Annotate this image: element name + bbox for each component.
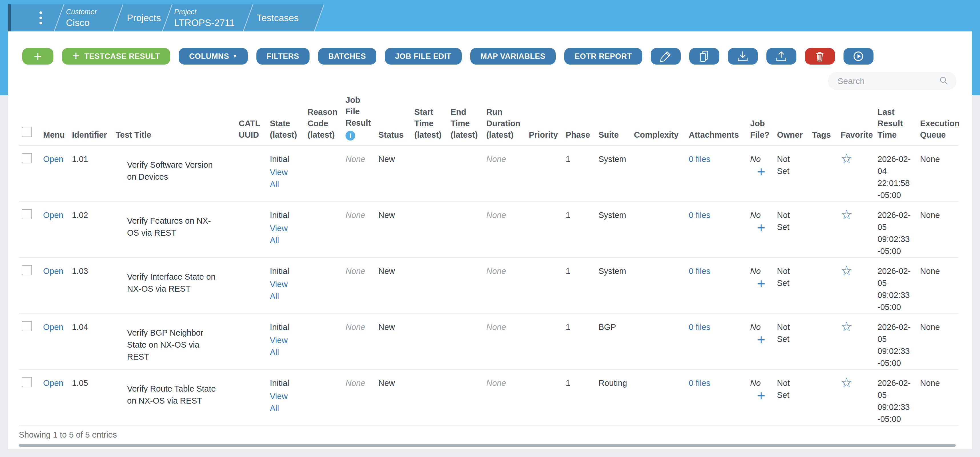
end-time-cell — [450, 257, 486, 313]
job-file-edit-button[interactable]: JOB FILE EDIT — [385, 48, 462, 65]
view-all-link[interactable]: View All — [270, 166, 293, 190]
add-job-file-button[interactable]: + — [757, 165, 765, 178]
run-duration-cell: None — [486, 154, 506, 164]
add-job-file-button[interactable]: + — [757, 389, 765, 402]
col-attachments: Attachments — [689, 94, 750, 145]
suite-cell: BGP — [598, 313, 634, 369]
view-all-link[interactable]: View All — [270, 334, 293, 358]
open-link[interactable]: Open — [43, 210, 64, 220]
row-checkbox[interactable] — [22, 265, 32, 275]
tags-cell — [812, 313, 841, 369]
favorite-star-icon[interactable]: ☆ — [841, 319, 852, 334]
last-result-time-cell: 2026-02-05 09:02:33 -05:00 — [878, 377, 912, 425]
view-all-link[interactable]: View All — [270, 222, 293, 246]
identifier-cell: 1.04 — [72, 313, 116, 369]
open-link[interactable]: Open — [43, 379, 64, 388]
attachments-link[interactable]: 0 files — [689, 322, 710, 331]
execution-queue-cell: None — [920, 145, 958, 201]
phase-cell: 1 — [566, 369, 598, 425]
attachments-link[interactable]: 0 files — [689, 379, 710, 388]
add-job-file-button[interactable]: + — [757, 277, 765, 290]
add-job-file-button[interactable]: + — [757, 221, 765, 234]
breadcrumb-projects[interactable]: Projects — [114, 4, 173, 32]
favorite-star-icon[interactable]: ☆ — [841, 207, 852, 222]
state-value: Initial — [270, 322, 289, 331]
view-all-link[interactable]: View All — [270, 390, 293, 414]
table-row: Open 1.05 Verify Route Table State on NX… — [19, 369, 958, 425]
identifier-cell: 1.02 — [72, 201, 116, 257]
end-time-cell — [450, 201, 486, 257]
search-box — [828, 72, 956, 90]
open-link[interactable]: Open — [43, 154, 64, 164]
add-job-file-button[interactable]: + — [757, 333, 765, 346]
reason-code-cell — [307, 313, 345, 369]
job-file-cell: No — [750, 379, 761, 388]
owner-cell: Not Set — [777, 153, 800, 177]
col-reason-code: Reason Code (latest) — [307, 94, 345, 145]
attachments-link[interactable]: 0 files — [689, 210, 710, 220]
col-tags: Tags — [812, 94, 841, 145]
testcase-result-button[interactable]: +TESTCASE RESULT — [62, 48, 170, 65]
table-row: Open 1.01 Verify Software Version on Dev… — [19, 145, 958, 201]
job-file-cell: No — [750, 210, 761, 220]
breadcrumb-testcases[interactable]: Testcases — [243, 4, 325, 32]
status-cell: New — [379, 145, 414, 201]
col-test-title: Test Title — [116, 94, 239, 145]
search-icon[interactable] — [938, 75, 949, 87]
test-title: Verify Interface State on NX-OS via REST — [127, 271, 222, 295]
entries-summary: Showing 1 to 5 of 5 entries — [19, 425, 958, 442]
complexity-cell — [634, 369, 689, 425]
filters-button[interactable]: FILTERS — [256, 48, 310, 65]
search-input[interactable] — [837, 76, 938, 86]
map-variables-button[interactable]: MAP VARIABLES — [470, 48, 556, 65]
attachments-link[interactable]: 0 files — [689, 266, 710, 275]
run-duration-cell: None — [486, 379, 506, 388]
complexity-cell — [634, 145, 689, 201]
catl-uuid-cell — [239, 145, 270, 201]
col-job-file: Job File? — [750, 94, 777, 145]
breadcrumb-project-eyebrow: Project — [174, 8, 235, 16]
upload-button[interactable] — [767, 48, 796, 65]
download-button[interactable] — [728, 48, 758, 65]
run-button[interactable] — [843, 48, 873, 65]
attachments-link[interactable]: 0 files — [689, 154, 710, 164]
columns-button[interactable]: COLUMNS▼ — [179, 48, 248, 65]
row-checkbox[interactable] — [22, 153, 32, 163]
state-value: Initial — [270, 154, 289, 164]
start-time-cell — [414, 257, 450, 313]
row-checkbox[interactable] — [22, 377, 32, 387]
info-icon[interactable]: i — [345, 131, 355, 140]
catl-uuid-cell — [239, 257, 270, 313]
add-testcase-button[interactable]: + — [22, 48, 53, 65]
edit-button[interactable] — [651, 48, 681, 65]
open-link[interactable]: Open — [43, 322, 64, 331]
phase-cell: 1 — [566, 257, 598, 313]
row-checkbox[interactable] — [22, 321, 32, 331]
col-execution-queue: Execution Queue — [920, 94, 958, 145]
delete-button[interactable] — [805, 48, 835, 65]
phase-cell: 1 — [566, 313, 598, 369]
start-time-cell — [414, 201, 450, 257]
breadcrumb-project[interactable]: Project LTROPS-2711 — [163, 4, 254, 32]
select-all-checkbox[interactable] — [22, 127, 32, 137]
favorite-star-icon[interactable]: ☆ — [841, 375, 852, 390]
batches-button[interactable]: BATCHES — [318, 48, 376, 65]
catl-uuid-cell — [239, 201, 270, 257]
upload-icon — [775, 50, 788, 63]
row-checkbox[interactable] — [22, 209, 32, 219]
suite-cell: System — [598, 145, 634, 201]
favorite-star-icon[interactable]: ☆ — [841, 263, 852, 278]
breadcrumb-customer[interactable]: Customer Cisco — [54, 4, 124, 32]
eotr-report-button[interactable]: EOTR REPORT — [564, 48, 642, 65]
identifier-cell: 1.01 — [72, 145, 116, 201]
duplicate-button[interactable] — [689, 48, 719, 65]
kebab-menu-icon[interactable] — [33, 11, 48, 24]
favorite-star-icon[interactable]: ☆ — [841, 151, 852, 166]
priority-cell — [529, 145, 566, 201]
horizontal-scrollbar[interactable] — [19, 444, 956, 447]
tags-cell — [812, 201, 841, 257]
breadcrumb-accent — [8, 4, 11, 32]
view-all-link[interactable]: View All — [270, 278, 293, 302]
state-value: Initial — [270, 210, 289, 220]
open-link[interactable]: Open — [43, 266, 64, 275]
